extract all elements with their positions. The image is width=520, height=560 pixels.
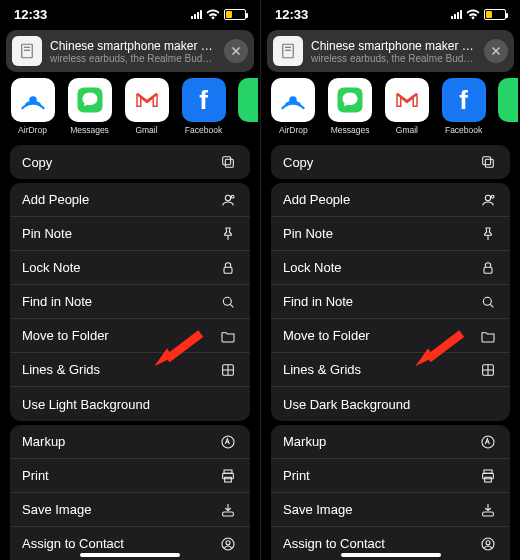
action-use-dark-background[interactable]: Use Dark Background: [271, 387, 510, 421]
actions-scroll[interactable]: CopyAdd PeoplePin NoteLock NoteFind in N…: [261, 141, 520, 560]
action-add-people[interactable]: Add People: [271, 183, 510, 217]
markup-icon: [478, 434, 498, 450]
share-target-airdrop[interactable]: AirDrop: [271, 78, 316, 135]
lock-icon: [218, 260, 238, 276]
share-subtitle: wireless earbuds, the Realme Buds Air, o…: [311, 53, 476, 64]
action-group-0: Copy: [271, 145, 510, 179]
share-targets-row: AirDropMessagesGmailfFacebook: [261, 78, 520, 141]
svg-rect-9: [225, 159, 233, 167]
svg-point-40: [491, 195, 494, 198]
share-target-label: Facebook: [445, 125, 482, 135]
action-label: Lines & Grids: [283, 362, 361, 377]
action-label: Print: [22, 468, 49, 483]
share-target-gmail[interactable]: Gmail: [124, 78, 169, 135]
phone-left: 12:33Chinese smartphone maker Realme wi……: [0, 0, 260, 560]
messages-icon: [68, 78, 112, 122]
svg-rect-51: [485, 477, 492, 482]
action-lines-grids[interactable]: Lines & Grids: [271, 353, 510, 387]
close-button[interactable]: [484, 39, 508, 63]
action-save-image[interactable]: Save Image: [10, 493, 250, 527]
action-move-to-folder[interactable]: Move to Folder: [271, 319, 510, 353]
action-label: Markup: [283, 434, 326, 449]
action-label: Pin Note: [22, 226, 72, 241]
actions-scroll[interactable]: CopyAdd PeoplePin NoteLock NoteFind in N…: [0, 141, 260, 560]
close-button[interactable]: [224, 39, 248, 63]
home-indicator[interactable]: [80, 553, 180, 557]
action-print[interactable]: Print: [271, 459, 510, 493]
action-move-to-folder[interactable]: Move to Folder: [10, 319, 250, 353]
action-lock-note[interactable]: Lock Note: [10, 251, 250, 285]
action-label: Use Dark Background: [283, 397, 410, 412]
markup-icon: [218, 434, 238, 450]
download-icon: [218, 502, 238, 518]
action-group-2: MarkupPrintSave ImageAssign to ContactSa…: [10, 425, 250, 560]
action-add-people[interactable]: Add People: [10, 183, 250, 217]
share-target-messages[interactable]: Messages: [67, 78, 112, 135]
home-indicator[interactable]: [341, 553, 441, 557]
status-time: 12:33: [14, 7, 47, 22]
airdrop-icon: [271, 78, 315, 122]
gmail-icon: [385, 78, 429, 122]
share-target-facebook[interactable]: fFacebook: [441, 78, 486, 135]
search-icon: [478, 294, 498, 310]
action-print[interactable]: Print: [10, 459, 250, 493]
people-icon: [218, 192, 238, 208]
action-lines-grids[interactable]: Lines & Grids: [10, 353, 250, 387]
pin-icon: [478, 226, 498, 242]
action-pin-note[interactable]: Pin Note: [271, 217, 510, 251]
pin-icon: [218, 226, 238, 242]
copy-icon: [478, 154, 498, 170]
action-use-light-background[interactable]: Use Light Background: [10, 387, 250, 421]
action-save-image[interactable]: Save Image: [271, 493, 510, 527]
status-bar: 12:33: [0, 0, 260, 28]
action-pin-note[interactable]: Pin Note: [10, 217, 250, 251]
action-lock-note[interactable]: Lock Note: [271, 251, 510, 285]
action-label: Assign to Contact: [283, 536, 385, 551]
action-find-in-note[interactable]: Find in Note: [271, 285, 510, 319]
contact-icon: [478, 536, 498, 552]
status-time: 12:33: [275, 7, 308, 22]
action-markup[interactable]: Markup: [271, 425, 510, 459]
action-group-0: Copy: [10, 145, 250, 179]
share-target-label: Messages: [70, 125, 109, 135]
battery-icon: [484, 9, 506, 20]
action-label: Save Image: [22, 502, 91, 517]
share-targets-row: AirDropMessagesGmailfFacebook: [0, 78, 260, 141]
share-header: Chinese smartphone maker Realme wi…wirel…: [267, 30, 514, 72]
search-icon: [218, 294, 238, 310]
action-label: Copy: [22, 155, 52, 170]
svg-line-44: [490, 304, 493, 307]
action-copy[interactable]: Copy: [271, 145, 510, 179]
grid-icon: [478, 362, 498, 378]
svg-rect-38: [483, 157, 491, 165]
action-label: Lock Note: [283, 260, 342, 275]
status-bar: 12:33: [261, 0, 520, 28]
action-label: Use Light Background: [22, 397, 150, 412]
share-target-gmail[interactable]: Gmail: [385, 78, 430, 135]
svg-rect-14: [224, 267, 232, 273]
share-target-airdrop[interactable]: AirDrop: [10, 78, 55, 135]
share-target-whatsapp[interactable]: [238, 78, 258, 135]
share-target-messages[interactable]: Messages: [328, 78, 373, 135]
action-label: Save Image: [283, 502, 352, 517]
action-label: Find in Note: [22, 294, 92, 309]
svg-point-43: [483, 297, 491, 305]
action-copy[interactable]: Copy: [10, 145, 250, 179]
cellular-icon: [191, 9, 202, 19]
action-markup[interactable]: Markup: [10, 425, 250, 459]
wifi-icon: [206, 9, 220, 20]
share-target-whatsapp[interactable]: [498, 78, 518, 135]
share-subtitle: wireless earbuds, the Realme Buds Air, o…: [50, 53, 216, 64]
svg-line-16: [230, 304, 233, 307]
action-group-1: Add PeoplePin NoteLock NoteFind in NoteM…: [10, 183, 250, 421]
action-label: Lock Note: [22, 260, 81, 275]
action-find-in-note[interactable]: Find in Note: [10, 285, 250, 319]
action-label: Add People: [283, 192, 350, 207]
svg-point-12: [231, 195, 234, 198]
grid-icon: [218, 362, 238, 378]
folder-icon: [478, 328, 498, 344]
cellular-icon: [451, 9, 462, 19]
lock-icon: [478, 260, 498, 276]
action-label: Move to Folder: [283, 328, 370, 343]
share-target-facebook[interactable]: fFacebook: [181, 78, 226, 135]
